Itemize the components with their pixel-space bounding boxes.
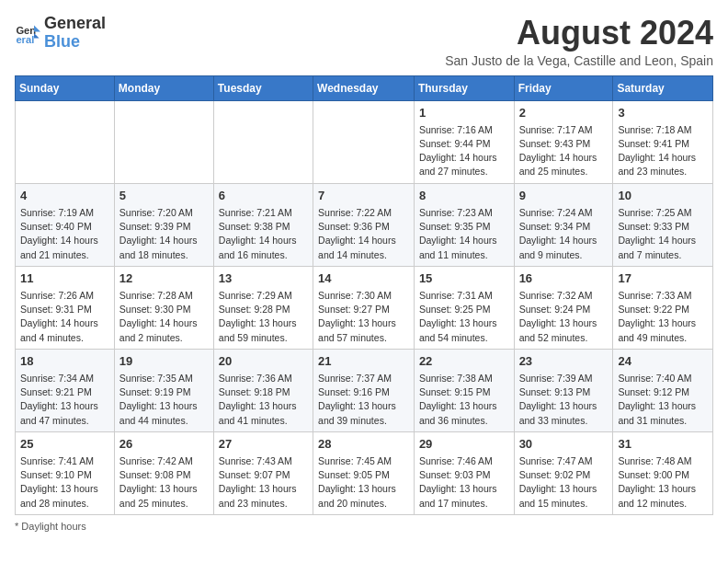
day-cell: 7Sunrise: 7:22 AMSunset: 9:36 PMDaylight…: [313, 183, 415, 266]
day-info: Sunrise: 7:33 AMSunset: 9:22 PMDaylight:…: [618, 289, 708, 345]
weekday-header-monday: Monday: [114, 75, 213, 100]
week-row-4: 18Sunrise: 7:34 AMSunset: 9:21 PMDayligh…: [16, 349, 713, 431]
day-info: Sunrise: 7:45 AMSunset: 9:05 PMDaylight:…: [318, 454, 409, 511]
day-info: Sunrise: 7:16 AMSunset: 9:44 PMDaylight:…: [419, 123, 509, 179]
logo-text-line1: General: [44, 15, 106, 33]
day-number: 8: [419, 188, 509, 204]
day-cell: 9Sunrise: 7:24 AMSunset: 9:34 PMDaylight…: [514, 183, 613, 266]
day-number: 12: [119, 270, 209, 287]
day-cell: 3Sunrise: 7:18 AMSunset: 9:41 PMDaylight…: [613, 100, 713, 183]
day-number: 30: [519, 436, 609, 453]
main-title: August 2024: [445, 15, 713, 52]
day-cell: 23Sunrise: 7:39 AMSunset: 9:13 PMDayligh…: [514, 349, 613, 431]
day-number: 31: [618, 436, 708, 453]
day-cell: 28Sunrise: 7:45 AMSunset: 9:05 PMDayligh…: [313, 431, 415, 514]
day-number: 1: [419, 105, 509, 121]
day-number: 15: [419, 270, 509, 287]
day-info: Sunrise: 7:46 AMSunset: 9:03 PMDaylight:…: [419, 454, 509, 511]
day-info: Sunrise: 7:21 AMSunset: 9:38 PMDaylight:…: [219, 206, 308, 262]
week-row-1: 1Sunrise: 7:16 AMSunset: 9:44 PMDaylight…: [16, 100, 713, 183]
day-info: Sunrise: 7:32 AMSunset: 9:24 PMDaylight:…: [519, 289, 609, 345]
day-number: 14: [318, 270, 409, 287]
day-number: 4: [20, 188, 109, 204]
svg-marker-2: [34, 25, 40, 31]
day-info: Sunrise: 7:39 AMSunset: 9:13 PMDaylight:…: [519, 372, 609, 428]
logo-text-line2: Blue: [44, 33, 106, 52]
day-cell: 22Sunrise: 7:38 AMSunset: 9:15 PMDayligh…: [414, 349, 514, 431]
day-cell: 27Sunrise: 7:43 AMSunset: 9:07 PMDayligh…: [213, 431, 313, 514]
day-info: Sunrise: 7:48 AMSunset: 9:00 PMDaylight:…: [618, 454, 708, 511]
day-cell: 17Sunrise: 7:33 AMSunset: 9:22 PMDayligh…: [613, 266, 713, 349]
day-info: Sunrise: 7:36 AMSunset: 9:18 PMDaylight:…: [219, 372, 308, 428]
day-cell: 31Sunrise: 7:48 AMSunset: 9:00 PMDayligh…: [613, 431, 713, 514]
day-cell: 24Sunrise: 7:40 AMSunset: 9:12 PMDayligh…: [613, 349, 713, 431]
day-cell: 8Sunrise: 7:23 AMSunset: 9:35 PMDaylight…: [414, 183, 514, 266]
day-info: Sunrise: 7:25 AMSunset: 9:33 PMDaylight:…: [618, 206, 708, 262]
svg-text:eral: eral: [16, 34, 34, 45]
day-info: Sunrise: 7:24 AMSunset: 9:34 PMDaylight:…: [519, 206, 609, 262]
day-cell: 11Sunrise: 7:26 AMSunset: 9:31 PMDayligh…: [16, 266, 115, 349]
day-info: Sunrise: 7:35 AMSunset: 9:19 PMDaylight:…: [119, 372, 209, 428]
day-number: 21: [318, 353, 409, 370]
day-number: 18: [20, 353, 109, 370]
subtitle: San Justo de la Vega, Castille and Leon,…: [445, 53, 713, 68]
weekday-header-tuesday: Tuesday: [213, 75, 313, 100]
day-cell: 12Sunrise: 7:28 AMSunset: 9:30 PMDayligh…: [114, 266, 213, 349]
title-area: August 2024 San Justo de la Vega, Castil…: [445, 15, 713, 68]
weekday-header-friday: Friday: [514, 75, 613, 100]
day-cell: 18Sunrise: 7:34 AMSunset: 9:21 PMDayligh…: [16, 349, 115, 431]
day-number: 5: [119, 188, 209, 204]
weekday-header-saturday: Saturday: [613, 75, 713, 100]
day-cell: 26Sunrise: 7:42 AMSunset: 9:08 PMDayligh…: [114, 431, 213, 514]
day-cell: [213, 100, 313, 183]
logo: Gen eral General Blue: [15, 15, 106, 52]
day-number: 19: [119, 353, 209, 370]
day-info: Sunrise: 7:19 AMSunset: 9:40 PMDaylight:…: [20, 206, 109, 262]
daylight-label: Daylight hours: [21, 521, 85, 532]
footer-note: * Daylight hours: [15, 521, 713, 532]
day-cell: 2Sunrise: 7:17 AMSunset: 9:43 PMDaylight…: [514, 100, 613, 183]
day-number: 7: [318, 188, 409, 204]
day-info: Sunrise: 7:43 AMSunset: 9:07 PMDaylight:…: [219, 454, 308, 511]
calendar-table: SundayMondayTuesdayWednesdayThursdayFrid…: [15, 75, 713, 515]
day-number: 22: [419, 353, 509, 370]
day-cell: [114, 100, 213, 183]
day-cell: 10Sunrise: 7:25 AMSunset: 9:33 PMDayligh…: [613, 183, 713, 266]
day-info: Sunrise: 7:29 AMSunset: 9:28 PMDaylight:…: [219, 289, 308, 345]
day-info: Sunrise: 7:22 AMSunset: 9:36 PMDaylight:…: [318, 206, 409, 262]
day-info: Sunrise: 7:40 AMSunset: 9:12 PMDaylight:…: [618, 372, 708, 428]
day-number: 10: [618, 188, 708, 204]
day-number: 17: [618, 270, 708, 287]
day-info: Sunrise: 7:34 AMSunset: 9:21 PMDaylight:…: [20, 372, 109, 428]
day-cell: 16Sunrise: 7:32 AMSunset: 9:24 PMDayligh…: [514, 266, 613, 349]
day-info: Sunrise: 7:30 AMSunset: 9:27 PMDaylight:…: [318, 289, 409, 345]
day-cell: 15Sunrise: 7:31 AMSunset: 9:25 PMDayligh…: [414, 266, 514, 349]
day-cell: 6Sunrise: 7:21 AMSunset: 9:38 PMDaylight…: [213, 183, 313, 266]
day-info: Sunrise: 7:20 AMSunset: 9:39 PMDaylight:…: [119, 206, 209, 262]
day-number: 6: [219, 188, 308, 204]
day-number: 23: [519, 353, 609, 370]
header: Gen eral General Blue August 2024 San Ju…: [15, 15, 713, 68]
day-number: 3: [618, 105, 708, 121]
day-number: 13: [219, 270, 308, 287]
day-number: 24: [618, 353, 708, 370]
day-info: Sunrise: 7:38 AMSunset: 9:15 PMDaylight:…: [419, 372, 509, 428]
weekday-header-wednesday: Wednesday: [313, 75, 415, 100]
day-info: Sunrise: 7:47 AMSunset: 9:02 PMDaylight:…: [519, 454, 609, 511]
week-row-3: 11Sunrise: 7:26 AMSunset: 9:31 PMDayligh…: [16, 266, 713, 349]
day-info: Sunrise: 7:17 AMSunset: 9:43 PMDaylight:…: [519, 123, 609, 179]
weekday-header-sunday: Sunday: [16, 75, 115, 100]
day-cell: 4Sunrise: 7:19 AMSunset: 9:40 PMDaylight…: [16, 183, 115, 266]
day-info: Sunrise: 7:18 AMSunset: 9:41 PMDaylight:…: [618, 123, 708, 179]
day-info: Sunrise: 7:31 AMSunset: 9:25 PMDaylight:…: [419, 289, 509, 345]
week-row-2: 4Sunrise: 7:19 AMSunset: 9:40 PMDaylight…: [16, 183, 713, 266]
day-number: 2: [519, 105, 609, 121]
day-cell: 30Sunrise: 7:47 AMSunset: 9:02 PMDayligh…: [514, 431, 613, 514]
svg-marker-3: [34, 33, 40, 39]
day-cell: 29Sunrise: 7:46 AMSunset: 9:03 PMDayligh…: [414, 431, 514, 514]
day-number: 26: [119, 436, 209, 453]
day-info: Sunrise: 7:42 AMSunset: 9:08 PMDaylight:…: [119, 454, 209, 511]
day-info: Sunrise: 7:41 AMSunset: 9:10 PMDaylight:…: [20, 454, 109, 511]
day-number: 27: [219, 436, 308, 453]
day-cell: [16, 100, 115, 183]
